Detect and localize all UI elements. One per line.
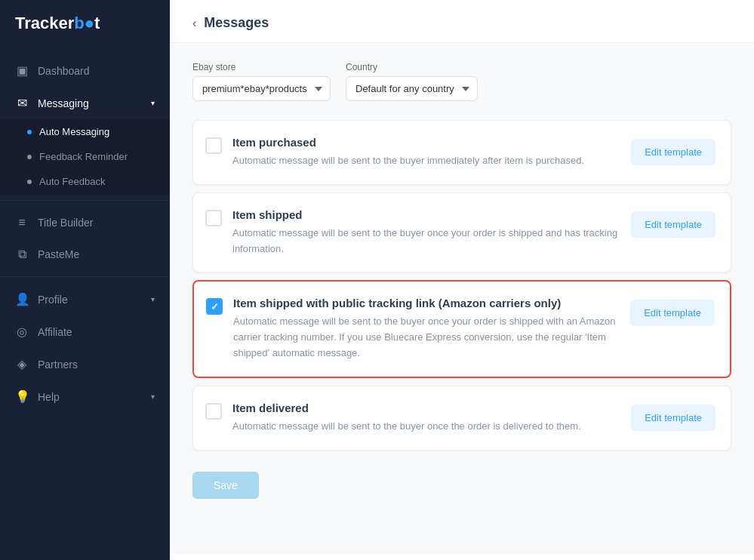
- messaging-icon: ✉: [15, 96, 29, 110]
- pasteme-icon: ⧉: [15, 248, 29, 261]
- sidebar-item-partners[interactable]: ◈ Partners: [0, 348, 170, 380]
- help-icon: 💡: [15, 389, 29, 404]
- sidebar-item-label: Help: [38, 391, 60, 403]
- edit-template-delivered[interactable]: Edit template: [631, 405, 716, 431]
- card-title-purchased: Item purchased: [232, 136, 620, 149]
- country-filter-group: Country Default for any country: [346, 62, 478, 101]
- sidebar-item-feedback-reminder[interactable]: Feedback Reminder: [0, 144, 170, 169]
- nav-divider: [0, 276, 170, 277]
- sidebar-item-auto-messaging[interactable]: Auto Messaging: [0, 119, 170, 144]
- back-button[interactable]: ‹: [192, 17, 196, 30]
- checkbox-item-shipped-tracking[interactable]: [206, 298, 223, 315]
- sidebar: Trackerb●t ▣ Dashboard ✉ Messaging ▾ Aut…: [0, 0, 170, 560]
- filter-row: Ebay store premium*ebay*products Country…: [192, 62, 731, 101]
- sidebar-item-label: Messaging: [38, 97, 89, 109]
- card-desc-shipped-tracking: Automatic message will be sent to the bu…: [233, 314, 620, 361]
- submenu-label: Auto Feedback: [39, 176, 105, 187]
- edit-template-purchased[interactable]: Edit template: [631, 139, 716, 165]
- sidebar-item-affiliate[interactable]: ◎ Affiliate: [0, 315, 170, 348]
- card-desc-delivered: Automatic message will be sent to the bu…: [232, 419, 620, 435]
- title-builder-icon: ≡: [15, 216, 29, 229]
- sidebar-item-label: Profile: [38, 294, 68, 306]
- card-body-delivered: Item delivered Automatic message will be…: [232, 402, 620, 435]
- card-title-shipped: Item shipped: [232, 208, 620, 221]
- messaging-submenu: Auto Messaging Feedback Reminder Auto Fe…: [0, 119, 170, 194]
- sidebar-item-pasteme[interactable]: ⧉ PasteMe: [0, 238, 170, 270]
- country-select[interactable]: Default for any country: [346, 76, 478, 101]
- partners-icon: ◈: [15, 357, 29, 371]
- edit-template-shipped-tracking[interactable]: Edit template: [630, 300, 715, 326]
- edit-template-shipped[interactable]: Edit template: [631, 211, 716, 238]
- card-body-purchased: Item purchased Automatic message will be…: [232, 136, 620, 169]
- sidebar-item-title-builder[interactable]: ≡ Title Builder: [0, 207, 170, 238]
- dot-icon: [27, 180, 32, 184]
- card-body-shipped-tracking: Item shipped with public tracking link (…: [233, 297, 620, 361]
- dot-icon: [27, 155, 32, 159]
- chevron-down-icon: ▾: [151, 392, 155, 401]
- card-item-shipped-tracking: Item shipped with public tracking link (…: [192, 280, 731, 377]
- sidebar-item-dashboard[interactable]: ▣ Dashboard: [0, 54, 170, 87]
- checkbox-item-shipped[interactable]: [205, 210, 222, 226]
- logo-area: Trackerb●t: [0, 0, 170, 47]
- country-label: Country: [346, 62, 478, 72]
- dashboard-icon: ▣: [15, 63, 29, 78]
- message-cards-container: Item purchased Automatic message will be…: [192, 120, 731, 457]
- card-item-shipped: Item shipped Automatic message will be s…: [192, 192, 731, 273]
- affiliate-icon: ◎: [15, 325, 29, 339]
- main-content: ‹ Messages Ebay store premium*ebay*produ…: [170, 0, 754, 560]
- page-header: ‹ Messages: [170, 0, 754, 43]
- logo-text: Trackerb●t: [15, 14, 100, 33]
- page-title: Messages: [204, 15, 269, 31]
- sidebar-item-auto-feedback[interactable]: Auto Feedback: [0, 169, 170, 194]
- submenu-label: Auto Messaging: [39, 126, 109, 137]
- chevron-down-icon: ▾: [151, 295, 155, 303]
- card-body-shipped: Item shipped Automatic message will be s…: [232, 208, 620, 257]
- card-title-shipped-tracking: Item shipped with public tracking link (…: [233, 297, 620, 309]
- card-item-delivered: Item delivered Automatic message will be…: [192, 386, 731, 451]
- sidebar-item-label: PasteMe: [38, 248, 79, 260]
- sidebar-item-profile[interactable]: 👤 Profile ▾: [0, 283, 170, 315]
- active-dot: [27, 130, 32, 134]
- store-select[interactable]: premium*ebay*products: [192, 76, 331, 101]
- chevron-down-icon: ▾: [151, 99, 155, 107]
- save-button[interactable]: Save: [192, 472, 259, 499]
- sidebar-nav: ▣ Dashboard ✉ Messaging ▾ Auto Messaging…: [0, 47, 170, 560]
- checkbox-item-delivered[interactable]: [205, 403, 222, 420]
- page-content: Ebay store premium*ebay*products Country…: [170, 43, 754, 554]
- card-item-purchased: Item purchased Automatic message will be…: [192, 120, 731, 185]
- store-filter-group: Ebay store premium*ebay*products: [192, 62, 331, 101]
- card-title-delivered: Item delivered: [232, 402, 620, 414]
- card-desc-shipped: Automatic message will be sent to the bu…: [232, 226, 620, 257]
- submenu-label: Feedback Reminder: [39, 151, 128, 162]
- profile-icon: 👤: [15, 292, 29, 306]
- sidebar-item-label: Title Builder: [38, 217, 93, 229]
- sidebar-item-messaging[interactable]: ✉ Messaging ▾: [0, 87, 170, 119]
- sidebar-item-label: Dashboard: [38, 65, 90, 77]
- checkbox-item-purchased[interactable]: [205, 137, 222, 154]
- card-desc-purchased: Automatic message will be sent to the bu…: [232, 153, 620, 169]
- sidebar-item-help[interactable]: 💡 Help ▾: [0, 380, 170, 413]
- save-row: Save: [192, 472, 731, 499]
- sidebar-item-label: Affiliate: [38, 326, 72, 338]
- store-label: Ebay store: [192, 62, 331, 72]
- nav-divider: [0, 200, 170, 201]
- sidebar-item-label: Partners: [38, 358, 78, 371]
